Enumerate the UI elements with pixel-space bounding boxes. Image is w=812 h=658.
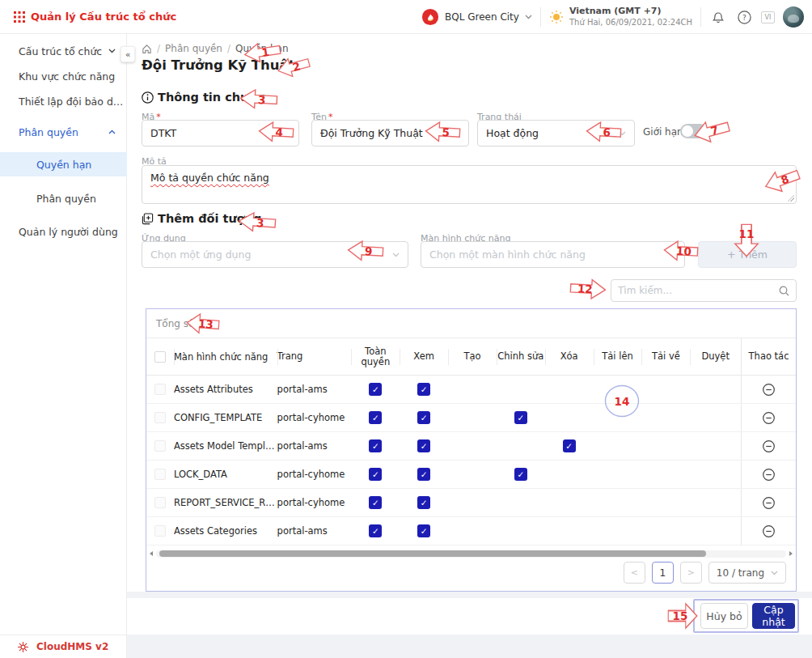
sidebar-footer: CloudHMS v2 [0, 635, 126, 658]
permission-checkbox[interactable] [417, 468, 430, 481]
breadcrumb-item-current[interactable]: Quyền hạn [235, 43, 289, 54]
limit-toggle[interactable] [680, 124, 708, 138]
sidebar-item-label: Phân quyền [36, 193, 127, 205]
sidebar-item-6[interactable]: Quản lý người dùng [0, 219, 127, 244]
remove-icon[interactable] [762, 468, 776, 482]
sidebar-item-label: Quản lý người dùng [19, 226, 127, 238]
row-checkbox[interactable] [154, 384, 166, 395]
row-checkbox[interactable] [154, 525, 166, 537]
scroll-right-arrow[interactable] [786, 550, 794, 558]
info-icon [142, 91, 154, 104]
home-icon[interactable] [142, 44, 152, 54]
header-perm-2: Toàn quyền [351, 338, 400, 375]
permission-checkbox[interactable] [417, 496, 430, 509]
select-all-checkbox[interactable] [154, 351, 166, 363]
sidebar-item-label: Cấu trúc tổ chức [19, 45, 108, 57]
permission-checkbox[interactable] [417, 411, 430, 424]
table-row-5: Assets Categoriesportal-ams [146, 517, 796, 546]
help-button[interactable]: ? [735, 8, 753, 26]
update-button[interactable]: Cập nhật [752, 603, 795, 629]
cell-action [741, 432, 796, 460]
application-select[interactable]: Chọn một ứng dụng [142, 241, 408, 268]
row-checkbox[interactable] [154, 412, 166, 423]
sidebar-collapse-button[interactable]: « [121, 46, 135, 62]
footer-bar: Hủy bỏ Cập nhật [127, 598, 812, 635]
permission-checkbox[interactable] [514, 411, 527, 424]
notifications-button[interactable] [709, 8, 727, 26]
remove-icon[interactable] [762, 496, 776, 510]
permission-checkbox[interactable] [369, 383, 382, 396]
chevron-down-icon [619, 131, 626, 136]
cell-action [741, 489, 796, 516]
org-selector[interactable]: BQL Green City [421, 8, 532, 26]
sidebar-item-1[interactable]: Khu vực chức năng [0, 64, 127, 88]
breadcrumb-item[interactable]: Phân quyền [165, 43, 222, 54]
resize-handle[interactable] [787, 194, 794, 202]
permission-checkbox[interactable] [369, 411, 382, 424]
permission-checkbox[interactable] [369, 439, 382, 452]
table-row-3: LOCK_DATAportal-cyhome [146, 461, 796, 489]
cell-action [741, 376, 796, 403]
top-header-bar: Quản lý Cấu trúc tổ chức BQL Green City [0, 0, 812, 34]
sidebar-item-2[interactable]: Thiết lập đội bảo dưỡng khu ... [0, 89, 127, 113]
header-perm-5: Chỉnh sửa [497, 338, 545, 375]
cell-page: portal-ams [277, 384, 352, 395]
add-object-icon [142, 213, 154, 225]
language-badge[interactable]: VI [761, 11, 775, 23]
permission-checkbox[interactable] [417, 439, 430, 452]
cell-screen: Assets Categories [174, 517, 277, 546]
add-button[interactable]: + Thêm [698, 241, 797, 268]
cell-screen: CONFIG_TEMPLATE [174, 404, 277, 432]
next-page-button[interactable]: > [680, 562, 702, 584]
table-header: Màn hình chức năngTrangToàn quyềnXemTạoC… [146, 338, 796, 376]
header-perm-4: Tạo [448, 338, 497, 375]
chevron-down-icon [525, 15, 532, 19]
permission-checkbox[interactable] [563, 439, 576, 452]
current-page[interactable]: 1 [652, 562, 674, 584]
row-checkbox[interactable] [154, 497, 166, 508]
status-select[interactable]: Hoạt động [477, 120, 635, 146]
permission-checkbox[interactable] [417, 383, 430, 396]
search-input[interactable] [611, 285, 779, 296]
scrollbar-thumb[interactable] [159, 550, 706, 557]
sidebar-item-3[interactable]: Phân quyền [0, 120, 127, 144]
weather-sun-icon [549, 10, 564, 24]
description-textarea[interactable]: Mô tả quyền chức năng [142, 165, 797, 204]
header-perm-6: Xóa [545, 338, 594, 375]
permission-checkbox[interactable] [514, 468, 527, 481]
sidebar-item-0[interactable]: Cấu trúc tổ chức [0, 39, 127, 63]
sidebar-item-4[interactable]: Quyền hạn [0, 152, 127, 176]
scroll-left-arrow[interactable] [148, 550, 156, 558]
screen-select[interactable]: Chọn một màn hình chức năng [421, 241, 685, 268]
remove-icon[interactable] [762, 383, 776, 397]
code-input[interactable] [142, 120, 299, 146]
permission-checkbox[interactable] [369, 496, 382, 509]
pagination: < 1 > 10 / trang [624, 562, 786, 584]
chevron-down-icon [771, 571, 778, 575]
permission-checkbox[interactable] [369, 468, 382, 481]
add-object-section-title: Thêm đối tượng [142, 212, 261, 225]
remove-icon[interactable] [762, 524, 776, 538]
prev-page-button[interactable]: < [624, 562, 645, 584]
permission-checkbox[interactable] [417, 524, 430, 537]
chevron-up-icon [108, 129, 116, 134]
row-checkbox[interactable] [154, 440, 166, 452]
row-checkbox[interactable] [154, 469, 166, 480]
horizontal-scrollbar[interactable] [148, 549, 794, 558]
permission-checkbox[interactable] [369, 524, 382, 537]
page-size-select[interactable]: 10 / trang [708, 562, 786, 584]
sidebar-item-5[interactable]: Phân quyền [0, 186, 127, 210]
breadcrumb: / Phân quyền / Quyền hạn [142, 43, 289, 54]
name-input[interactable] [311, 120, 469, 146]
total-label: Tổng số: [156, 318, 197, 329]
remove-icon[interactable] [762, 439, 776, 453]
cancel-button[interactable]: Hủy bỏ [700, 603, 748, 629]
bell-icon [712, 11, 725, 24]
app-grid-icon[interactable] [14, 11, 25, 23]
cell-screen: Assets Model Templates [174, 432, 277, 461]
sidebar-item-label: Khu vực chức năng [19, 70, 127, 83]
chevron-down-icon [392, 253, 400, 257]
search-icon[interactable] [779, 286, 789, 296]
user-avatar[interactable] [783, 6, 804, 28]
remove-icon[interactable] [762, 411, 776, 425]
